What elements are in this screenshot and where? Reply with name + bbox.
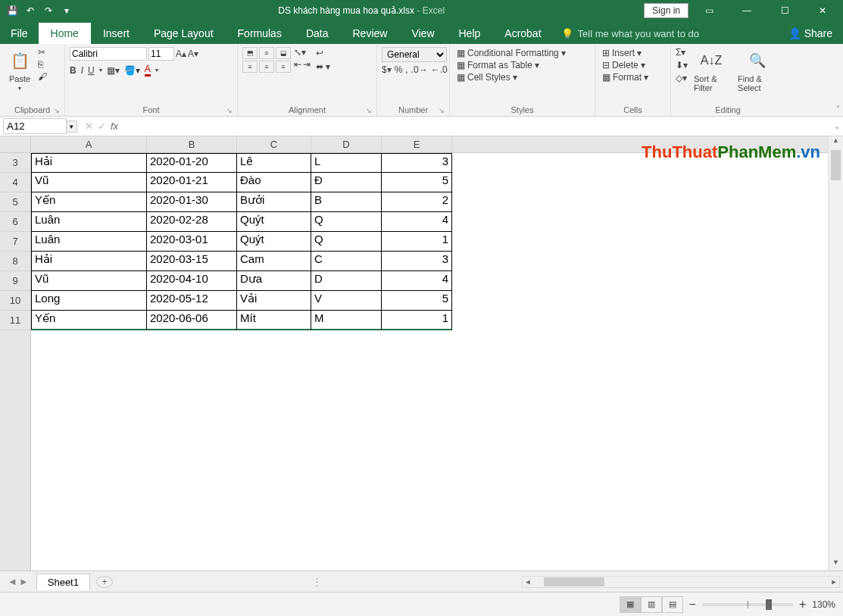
formula-input[interactable]	[126, 119, 831, 133]
cell[interactable]: 2020-05-12	[147, 291, 237, 311]
font-size-input[interactable]	[148, 47, 174, 61]
alignment-launcher-icon[interactable]: ↘	[366, 107, 372, 114]
clipboard-launcher-icon[interactable]: ↘	[54, 107, 60, 114]
cell[interactable]: 1	[382, 311, 452, 330]
page-layout-view-button[interactable]: ▥	[641, 596, 662, 613]
name-box-dropdown-icon[interactable]: ▾	[67, 120, 77, 133]
sheet-tab[interactable]: Sheet1	[36, 574, 90, 590]
normal-view-button[interactable]: ▦	[620, 596, 641, 613]
wrap-text-button[interactable]: ↩	[314, 47, 333, 59]
cell[interactable]: Vũ	[31, 173, 147, 192]
sheet-nav-prev-icon[interactable]: ◄	[8, 576, 17, 587]
row-header[interactable]: 9	[0, 271, 30, 291]
tab-acrobat[interactable]: Acrobat	[492, 23, 553, 44]
tab-view[interactable]: View	[399, 23, 446, 44]
cell[interactable]: 2020-01-21	[147, 173, 237, 192]
name-box[interactable]	[3, 118, 67, 134]
cell[interactable]: Quýt	[237, 212, 311, 232]
number-format-select[interactable]: General	[382, 47, 447, 62]
zoom-out-button[interactable]: −	[689, 598, 696, 611]
cell[interactable]: 3	[382, 153, 452, 173]
cell[interactable]: Q	[311, 212, 382, 232]
cell[interactable]: 2020-03-01	[147, 232, 237, 252]
row-header[interactable]: 6	[0, 212, 30, 232]
cell[interactable]: Đ	[311, 173, 382, 192]
select-all-corner[interactable]	[0, 136, 31, 153]
bold-button[interactable]: B	[70, 65, 76, 76]
decrease-font-icon[interactable]: A▾	[188, 48, 198, 59]
scroll-right-icon[interactable]: ►	[829, 578, 839, 586]
cell[interactable]: Đào	[237, 173, 311, 192]
cell-styles-button[interactable]: ▦Cell Styles ▾	[454, 71, 520, 83]
decrease-indent-icon[interactable]: ⇤	[294, 59, 301, 70]
tab-data[interactable]: Data	[294, 23, 341, 44]
cell[interactable]: 2020-02-28	[147, 212, 237, 232]
format-painter-icon[interactable]: 🖌	[38, 71, 47, 82]
vertical-scrollbar[interactable]: ▲ ▼	[828, 136, 843, 571]
paste-button[interactable]: 📋 Paste▾	[5, 47, 35, 93]
cell[interactable]: Quýt	[237, 232, 311, 252]
column-header[interactable]: B	[147, 136, 237, 152]
cell[interactable]: 2020-01-20	[147, 153, 237, 173]
fill-icon[interactable]: ⬇▾	[676, 60, 688, 70]
cell[interactable]: 3	[382, 252, 452, 271]
row-header[interactable]: 7	[0, 232, 30, 252]
cell[interactable]: Luân	[31, 232, 147, 252]
cell[interactable]: Bưởi	[237, 192, 311, 212]
sheet-nav-next-icon[interactable]: ►	[19, 576, 29, 587]
cell[interactable]: 4	[382, 271, 452, 291]
cell[interactable]: Lê	[237, 153, 311, 173]
undo-icon[interactable]: ↶	[24, 5, 36, 17]
row-headers[interactable]: 34567891011	[0, 153, 31, 571]
cell[interactable]: Yến	[31, 192, 147, 212]
sign-in-button[interactable]: Sign in	[644, 3, 688, 18]
clear-icon[interactable]: ◇▾	[676, 73, 688, 83]
cell[interactable]: Dưa	[237, 271, 311, 291]
close-button[interactable]: ✕	[805, 0, 840, 21]
enter-formula-icon[interactable]: ✓	[98, 120, 106, 132]
cell[interactable]: B	[311, 192, 382, 212]
increase-font-icon[interactable]: A▴	[176, 48, 186, 59]
cell[interactable]: V	[311, 291, 382, 311]
cell[interactable]: 4	[382, 212, 452, 232]
tab-formulas[interactable]: Formulas	[226, 23, 294, 44]
percent-format-icon[interactable]: %	[395, 64, 403, 75]
decrease-decimal-icon[interactable]: ←.0	[431, 64, 448, 75]
save-icon[interactable]: 💾	[6, 5, 18, 17]
horizontal-scrollbar[interactable]: ◄ ►	[522, 576, 840, 588]
cell[interactable]: 2020-06-06	[147, 311, 237, 330]
maximize-button[interactable]: ☐	[767, 0, 802, 21]
minimize-button[interactable]: —	[729, 0, 764, 21]
ribbon-display-options-icon[interactable]: ▭	[692, 0, 726, 21]
column-header[interactable]: A	[31, 136, 147, 152]
delete-cells-button[interactable]: ⊟Delete ▾	[600, 59, 648, 71]
tab-home[interactable]: Home	[39, 23, 91, 44]
cell[interactable]: 2	[382, 192, 452, 212]
merge-center-button[interactable]: ⬌▾	[314, 61, 333, 73]
worksheet-grid[interactable]: ABCDE 34567891011 Hải2020-01-20LêL3Vũ202…	[0, 136, 828, 571]
cell[interactable]: Yến	[31, 311, 147, 330]
format-cells-button[interactable]: ▦Format ▾	[600, 71, 651, 83]
redo-icon[interactable]: ↷	[42, 5, 55, 17]
tab-insert[interactable]: Insert	[91, 23, 142, 44]
tab-review[interactable]: Review	[341, 23, 400, 44]
cell[interactable]: 5	[382, 291, 452, 311]
align-left-icon[interactable]: ≡	[242, 61, 258, 73]
row-header[interactable]: 4	[0, 173, 30, 192]
align-top-icon[interactable]: ⬒	[242, 47, 258, 59]
scroll-down-icon[interactable]: ▼	[829, 558, 843, 571]
fill-color-icon[interactable]: 🪣▾	[124, 65, 140, 76]
expand-formula-bar-icon[interactable]: ⌄	[831, 122, 843, 130]
orientation-icon[interactable]: ⤡▾	[294, 47, 311, 58]
new-sheet-button[interactable]: +	[96, 576, 113, 588]
increase-indent-icon[interactable]: ⇥	[303, 59, 311, 70]
increase-decimal-icon[interactable]: .0→	[411, 64, 428, 75]
cancel-formula-icon[interactable]: ✕	[85, 120, 93, 132]
cell[interactable]: Long	[31, 291, 147, 311]
cell[interactable]: Q	[311, 232, 382, 252]
number-launcher-icon[interactable]: ↘	[439, 107, 445, 114]
cell[interactable]: 2020-01-30	[147, 192, 237, 212]
underline-button[interactable]: U	[88, 65, 95, 76]
align-middle-icon[interactable]: ≡	[259, 47, 274, 59]
cell[interactable]: 2020-03-15	[147, 252, 237, 271]
